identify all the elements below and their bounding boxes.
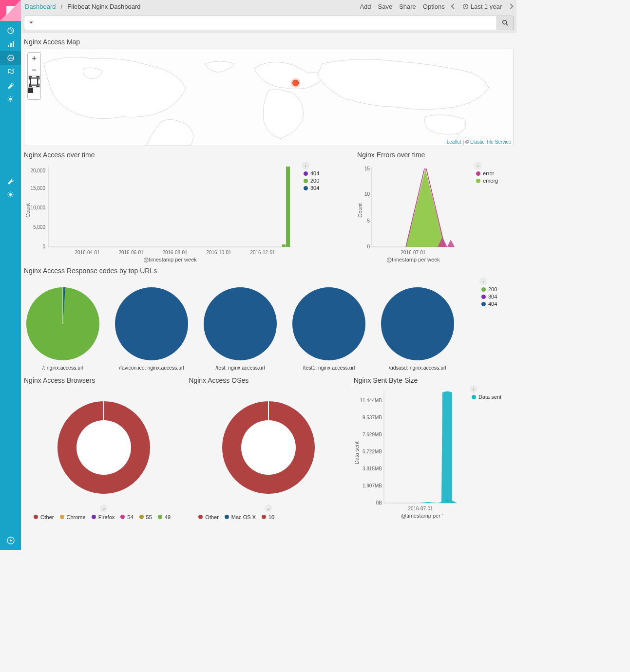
svg-text:11.444MB: 11.444MB (360, 398, 382, 403)
map-controls: + − (27, 52, 41, 100)
svg-text:20,000: 20,000 (30, 168, 45, 173)
oses-title: Nginx Access OSes (189, 376, 348, 384)
svg-text:15,000: 15,000 (30, 186, 45, 191)
svg-text:2016-06-01: 2016-06-01 (118, 250, 144, 255)
svg-point-12 (293, 80, 299, 86)
app-sidebar (0, 0, 21, 550)
collapse-icon[interactable] (0, 534, 21, 547)
legend-toggle[interactable]: › (470, 385, 477, 393)
clock-icon (462, 3, 469, 10)
settings-icon[interactable] (0, 187, 21, 201)
pie-test[interactable] (203, 286, 278, 362)
svg-text:2016-04-01: 2016-04-01 (75, 250, 100, 255)
legend-toggle[interactable]: › (302, 162, 309, 169)
svg-point-42 (292, 287, 365, 360)
map-rect[interactable] (28, 88, 40, 99)
add-link[interactable]: Add (360, 3, 371, 10)
time-range-label: Last 1 year (471, 3, 502, 10)
svg-text:2016-08-01: 2016-08-01 (162, 250, 188, 255)
pie-root[interactable] (25, 286, 101, 362)
svg-point-6 (9, 193, 12, 196)
svg-point-5 (9, 97, 12, 100)
kibana-logo[interactable] (0, 0, 21, 21)
visualize-icon[interactable] (0, 37, 21, 51)
svg-rect-14 (28, 88, 33, 93)
breadcrumb-sep: / (61, 3, 63, 10)
svg-text:@timestamp per week: @timestamp per week (386, 257, 440, 262)
breadcrumb-current: Filebeat Nginx Dashboard (67, 3, 140, 10)
svg-point-48 (241, 420, 296, 475)
svg-rect-3 (13, 41, 14, 47)
svg-text:5.722MB: 5.722MB (363, 449, 382, 454)
devtools-icon[interactable] (0, 78, 21, 92)
save-link[interactable]: Save (378, 3, 393, 10)
pie-test1[interactable] (291, 286, 367, 362)
access-time-title: Nginx Access over time (24, 151, 352, 159)
svg-point-43 (381, 287, 454, 360)
svg-text:Count: Count (357, 203, 363, 217)
pie-favicon[interactable] (114, 286, 190, 362)
svg-text:0: 0 (367, 244, 370, 249)
svg-text:9.537MB: 9.537MB (363, 415, 382, 420)
access-time-chart[interactable]: Count 0 5,000 10,000 15,000 20,000 2016-… (24, 162, 302, 264)
respcodes-title: Nginx Access Response codes by top URLs (24, 267, 514, 275)
discover-icon[interactable] (0, 24, 21, 37)
tools-icon[interactable] (0, 174, 21, 187)
legend-toggle[interactable]: › (479, 278, 487, 285)
map-fit[interactable] (28, 76, 40, 88)
query-row (21, 13, 516, 33)
breadcrumb-root[interactable]: Dashboard (25, 3, 56, 10)
respcodes-legend: 200 304 404 (479, 285, 514, 307)
svg-point-9 (502, 20, 506, 24)
svg-rect-13 (31, 78, 38, 85)
options-link[interactable]: Options (423, 3, 445, 10)
svg-text:Data sent: Data sent (354, 441, 360, 464)
map-zoom-in[interactable]: + (28, 53, 40, 64)
dashboard-icon[interactable] (0, 51, 21, 65)
svg-text:2016-07-01: 2016-07-01 (408, 506, 433, 511)
tiles-link[interactable]: Elastic Tile Service (470, 139, 511, 145)
pie-adsasd[interactable] (380, 286, 456, 362)
timelion-icon[interactable] (0, 65, 21, 78)
svg-text:10: 10 (364, 191, 370, 197)
svg-text:1.907MB: 1.907MB (363, 483, 382, 488)
share-link[interactable]: Share (399, 3, 416, 10)
oses-legend: Other Mac OS X 10 (189, 512, 348, 520)
svg-text:2016-07-01: 2016-07-01 (401, 250, 426, 255)
xlabel: @timestamp per week (143, 257, 197, 262)
bytes-title: Nginx Sent Byte Size (354, 376, 470, 384)
oses-donut[interactable] (215, 394, 322, 501)
time-next-icon[interactable] (508, 3, 513, 9)
errors-time-title: Nginx Errors over time (357, 151, 514, 159)
time-prev-icon[interactable] (451, 3, 456, 9)
svg-point-45 (76, 420, 131, 475)
legend-toggle[interactable]: ⌄ (100, 504, 108, 512)
svg-text:0B: 0B (376, 500, 382, 505)
time-picker[interactable]: Last 1 year (462, 3, 502, 10)
world-map (24, 49, 513, 146)
map-zoom-out[interactable]: − (28, 64, 40, 76)
browsers-donut[interactable] (50, 394, 157, 501)
svg-text:15: 15 (364, 166, 370, 171)
legend-toggle[interactable]: ⌄ (265, 504, 272, 512)
map-panel[interactable]: + − Leaflet | © Elastic Tile Service (24, 49, 514, 146)
leaflet-link[interactable]: Leaflet (447, 139, 461, 145)
svg-rect-27 (286, 167, 290, 247)
legend-toggle[interactable]: › (474, 162, 482, 169)
ylabel: Count (25, 203, 31, 217)
svg-text:@timestamp per ': @timestamp per ' (401, 513, 443, 519)
management-icon[interactable] (0, 92, 21, 106)
svg-text:0: 0 (42, 244, 45, 249)
bytes-chart[interactable]: Data sent 0B 1.907MB 3.815MB 5.722MB 7.6… (354, 387, 466, 519)
svg-point-40 (115, 287, 188, 360)
browsers-legend: Other Chrome Firefox 54 55 49 (24, 512, 184, 520)
search-button[interactable] (497, 16, 514, 30)
svg-point-61 (446, 499, 449, 502)
query-input[interactable] (24, 16, 497, 30)
browsers-title: Nginx Access Browsers (24, 376, 184, 384)
svg-text:5: 5 (367, 218, 370, 224)
main-area: Dashboard / Filebeat Nginx Dashboard Add… (21, 0, 516, 550)
svg-rect-2 (10, 43, 12, 47)
errors-time-chart[interactable]: Count 0 5 10 15 2016-07-01 (357, 162, 474, 264)
access-legend: 404 200 304 (302, 169, 336, 191)
